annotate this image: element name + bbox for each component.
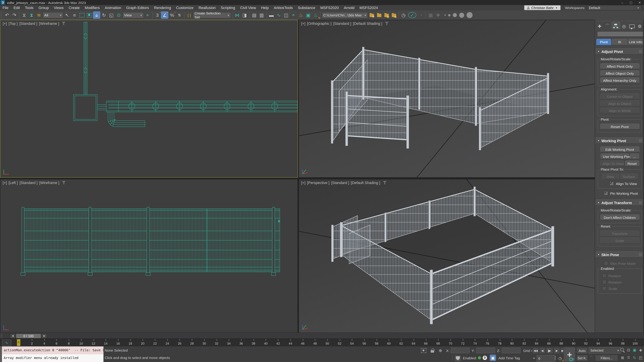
align-to-view-button[interactable]: Align To View	[600, 161, 624, 166]
viewport-menu-general[interactable]: [+]	[3, 21, 7, 25]
menu-item[interactable]: Substance	[295, 5, 318, 10]
previous-frame-slider-button[interactable]: ◀	[10, 333, 16, 338]
menu-item[interactable]: Civil View	[238, 5, 258, 10]
viewport-menu-standard[interactable]: [Standard ]	[331, 181, 349, 185]
tab-motion[interactable]: ◎	[620, 23, 628, 29]
render-setup-button[interactable]: ♨	[297, 11, 304, 19]
viewport-orthographic[interactable]: [+] [Orthographic ] [Standard ] [Default…	[298, 20, 595, 178]
next-frame-slider-button[interactable]: ▶	[42, 333, 47, 338]
project-folder-icon[interactable]	[375, 11, 383, 19]
viewport-menu-pov[interactable]: [Perspective ]	[307, 181, 330, 185]
time-configuration-button[interactable]: ◷⚙	[557, 355, 564, 362]
skin-pose-position-checkbox[interactable]	[602, 274, 606, 278]
curve-editor-button[interactable]: ∿	[275, 11, 282, 19]
align-to-object-button[interactable]: Align to Object	[600, 100, 639, 106]
filter-funnel-icon[interactable]	[62, 181, 66, 184]
rollout-adjust-pivot-header[interactable]: ▼ Adjust Pivot	[596, 48, 644, 55]
play-animation-button[interactable]: ▶	[546, 347, 554, 354]
percent-snap-toggle-button[interactable]: %∩	[168, 11, 176, 19]
fence-shaded-perspective[interactable]	[299, 179, 595, 333]
angle-snap-toggle-button[interactable]: ∠∩	[161, 11, 168, 19]
menu-item[interactable]: Group	[36, 5, 51, 10]
subtab-ik[interactable]: IK	[612, 39, 627, 45]
add-time-tag-cube-icon[interactable]: ▣	[490, 355, 496, 361]
isolate-selection-toggle[interactable]	[420, 347, 427, 354]
command-panel-scrollbar[interactable]	[643, 20, 644, 333]
menu-item[interactable]: Arnold	[341, 5, 357, 10]
rollout-working-pivot-header[interactable]: ▼ Working Pivot	[596, 137, 644, 144]
viewport-left[interactable]: [+] [Left ] [Standard ] [Wireframe ]	[0, 179, 298, 333]
track-bar[interactable]: ∿ 02468101214161820222426283032343638404…	[0, 339, 644, 346]
user-account-button[interactable]: Christian Bahr ▼	[524, 5, 560, 10]
fence-shaded-orthographic[interactable]	[299, 20, 595, 177]
viewport-menu-general[interactable]: [+]	[3, 181, 7, 185]
go-to-start-button[interactable]: ◀◀	[532, 347, 539, 354]
subtab-link-info[interactable]: Link Info	[628, 39, 643, 45]
use-pivot-point-center-button[interactable]: ⌖	[144, 11, 151, 19]
playhead[interactable]: 0	[17, 339, 20, 346]
viewport-menu-shading[interactable]: [Wireframe ]	[39, 21, 59, 25]
viewport-menu-pov[interactable]: [Orthographic ]	[307, 21, 332, 25]
menu-item[interactable]: MSFS2020	[318, 5, 341, 10]
workspace-select[interactable]: Default ▼	[587, 5, 641, 10]
skin-pose-rotation-checkbox[interactable]	[602, 280, 606, 284]
unlink-selection-icon[interactable]: ⧗	[28, 11, 35, 19]
orbit-button[interactable]: ↻	[632, 355, 637, 360]
select-object-button[interactable]: ↖	[64, 11, 71, 19]
zoom-button[interactable]	[620, 347, 625, 353]
tab-hierarchy[interactable]	[612, 22, 620, 29]
select-and-rotate-button[interactable]: ↻	[100, 11, 108, 19]
menu-item[interactable]: Help	[258, 5, 271, 10]
viewport-menu-general[interactable]: [+]	[301, 21, 306, 25]
menu-item[interactable]: Tools	[22, 5, 36, 10]
selection-lock-toggle[interactable]	[429, 347, 436, 354]
reset-scale-button[interactable]: Scale	[600, 238, 639, 243]
maxscript-mini-listener[interactable]: actionMan.executeAction 0 "40006" -- Fil…	[0, 346, 101, 362]
mini-curve-editor-icon[interactable]: ∿	[2, 340, 12, 346]
zoom-extents-all-button[interactable]: ◈	[638, 347, 643, 353]
previous-frame-button[interactable]: ◀	[539, 347, 546, 354]
set-keys-button[interactable]: +	[564, 347, 576, 362]
viewport-menu-standard[interactable]: [Standard ]	[333, 21, 351, 25]
3dsmax-logo-icon[interactable]: 3	[1, 0, 5, 5]
absolute-offset-mode-toggle[interactable]: ⊕	[437, 347, 444, 354]
fence-wireframe-left-view[interactable]	[0, 179, 298, 333]
filter-funnel-icon[interactable]	[62, 22, 66, 25]
project-path-dropdown[interactable]: C:\Users\Chri...\3ds Max 202▼	[322, 12, 368, 18]
menu-item[interactable]: Graph Editors	[124, 5, 152, 10]
menu-item[interactable]: ArktosTools	[271, 5, 295, 10]
maximize-button[interactable]: ▢	[626, 0, 635, 5]
zoom-extents-button[interactable]: ▣	[632, 347, 637, 353]
viewport-menu-pov[interactable]: [Left ]	[8, 181, 18, 185]
reference-coordinate-system-dropdown[interactable]: View▼	[122, 12, 144, 18]
dont-affect-children-button[interactable]: Don't Affect Children	[600, 215, 639, 220]
viewport-menu-general[interactable]: [+]	[301, 181, 306, 185]
rollout-adjust-transform-header[interactable]: ▼ Adjust Transform	[596, 199, 644, 206]
next-frame-button[interactable]: ▶	[554, 347, 560, 354]
viewport-menu-shading[interactable]: [Default Shading ]	[351, 181, 380, 185]
time-slider-handle[interactable]: 0 / 100	[16, 333, 41, 338]
select-and-scale-button[interactable]: ◱	[108, 11, 115, 19]
affect-hierarchy-only-button[interactable]: Affect Hierarchy Only	[600, 77, 639, 83]
viewport-menu-shading[interactable]: [Wireframe ]	[39, 181, 59, 185]
subtab-pivot[interactable]: Pivot	[596, 39, 611, 45]
viewport-top[interactable]: [+] [Top ] [Standard ] [Wireframe ]	[0, 20, 298, 178]
named-selection-sets-dropdown[interactable]: Create Selection Set▼	[193, 12, 231, 18]
health-check-icon[interactable]: ✓	[408, 12, 416, 18]
project-folder-links-icon[interactable]	[390, 11, 398, 19]
toggle-layer-explorer-button[interactable]: ▥	[258, 11, 265, 19]
menu-item[interactable]: Edit	[11, 5, 22, 10]
selection-filter-dropdown[interactable]: All▼	[42, 12, 64, 18]
undo-button[interactable]: ↶	[3, 11, 11, 19]
menu-item[interactable]: Reallusion	[196, 5, 218, 10]
project-folder-structure-icon[interactable]	[383, 11, 390, 19]
skin-pose-scale-checkbox[interactable]	[602, 286, 606, 291]
tab-display[interactable]	[628, 23, 636, 29]
set-key-button[interactable]: Set K.	[576, 355, 588, 361]
reset-working-pivot-button[interactable]: Reset	[625, 161, 639, 166]
filter-funnel-icon[interactable]	[383, 181, 386, 184]
listener-grip[interactable]	[0, 346, 2, 362]
y-coordinate-field[interactable]	[476, 348, 495, 353]
brush-preset-dots[interactable]	[444, 12, 472, 18]
degradation-value-badge[interactable]: 0	[483, 356, 487, 360]
